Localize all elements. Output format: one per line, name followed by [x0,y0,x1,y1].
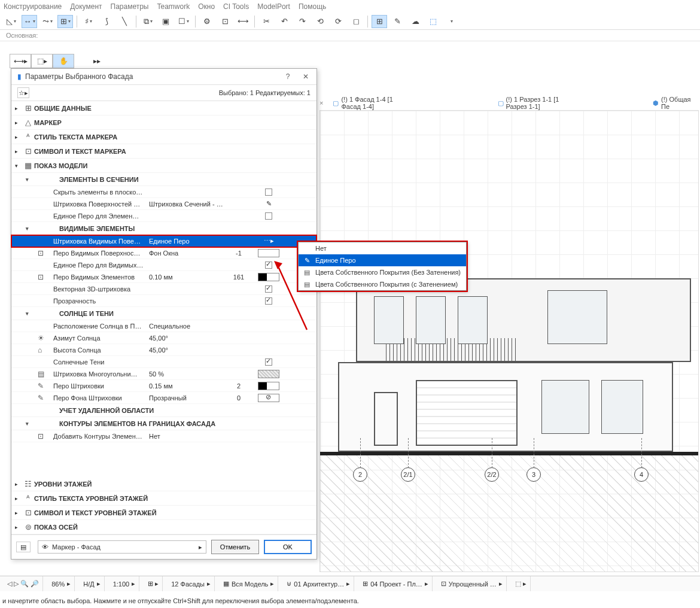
cancel-button[interactable]: Отменить [211,540,259,554]
layer-combo[interactable]: ⊎ 01 Архитектур… ▸ [283,576,354,591]
zoom-level[interactable]: 86% ▸ [48,576,75,591]
tool-3d[interactable]: ⬚ [425,15,441,28]
menu-item[interactable]: CI Tools [223,2,249,11]
row-hide-elements[interactable]: Скрыть элементы в плоско… [11,186,316,198]
menu-item[interactable]: Параметры [111,2,149,11]
cat-marker-symbol[interactable]: ⊡СИМВОЛ И ТЕКСТ МАРКЕРА [11,144,316,159]
tab-close-icon[interactable]: × [319,99,323,107]
main-menu: Конструирование Документ Параметры Teamw… [0,0,700,13]
cat-marker-text-style[interactable]: ᴬСТИЛЬ ТЕКСТА МАРКЕРА [11,130,316,144]
tool-cut[interactable]: ✂ [258,15,274,28]
row-sun-pos[interactable]: Расположение Солнца в П…Специальное [11,320,316,332]
ok-button[interactable]: OK [264,540,312,554]
menu-item[interactable]: Окно [198,2,215,11]
help-icon[interactable]: ? [283,72,293,81]
cat-story-levels[interactable]: ☷УРОВНИ ЭТАЖЕЙ [11,477,316,491]
tool-curve[interactable]: ⟆ [99,15,114,28]
menu-item[interactable]: Документ [70,2,102,11]
subhead-visible-elements[interactable]: ВИДИМЫЕ ЭЛЕМЕНТЫ [11,222,316,235]
tool-line[interactable]: ╲ [117,15,132,28]
row-transparency[interactable]: Прозрачность [11,295,316,307]
cat-general[interactable]: ⊞ОБЩИЕ ДАННЫЕ [11,101,316,115]
tool-copy[interactable]: ⧉ [140,15,156,28]
subhead-sun-shadows[interactable]: СОЛНЦЕ И ТЕНИ [11,307,316,320]
dropdown-icon[interactable]: ⋯▸ [264,237,274,245]
row-fill-pen[interactable]: ✎Перо Штриховки0.15 мм2 [11,380,316,392]
cat-story-text-style[interactable]: ᴬСТИЛЬ ТЕКСТА УРОВНЕЙ ЭТАЖЕЙ [11,491,316,506]
favorites-button[interactable]: ☆▸ [17,87,29,98]
cat-story-symbol[interactable]: ⊡СИМВОЛ И ТЕКСТ УРОВНЕЙ ЭТАЖЕЙ [11,506,316,520]
pencil-icon: ✎ [266,200,272,208]
row-add-contours[interactable]: ⊡Добавить Контуры Элемен…Нет [11,430,316,442]
nd-status[interactable]: Н/Д ▸ [80,576,104,591]
tool-dim3[interactable]: ⊡ [217,15,233,28]
palette-marquee-icon[interactable]: ⬚▸ [31,54,53,68]
menu-item[interactable]: Помощь [299,2,326,11]
drawing-canvas[interactable]: 2 2/1 2/2 3 4 [319,110,699,572]
menu-item[interactable]: Конструирование [4,2,62,11]
tool-rotate1[interactable]: ⟲ [312,15,328,28]
cat-grid-display[interactable]: ⊚ПОКАЗ ОСЕЙ [11,520,316,534]
axis-marker: 3 [526,467,541,482]
elevation-icon: ▢ [333,99,339,107]
palette-dim-icon[interactable]: ⟷▸ [10,54,31,68]
dropdown-option-own-shade[interactable]: ▤Цвета Собственного Покрытия (с Затенени… [299,278,466,290]
row-visible-fill[interactable]: Штриховка Видимых Пове…Единое Перо⋯▸ [11,235,316,247]
orient[interactable]: ⊞ ▸ [144,576,163,591]
menu-item[interactable]: ModelPort [257,2,290,11]
menu-item[interactable]: Teamwork [157,2,190,11]
tab-elevation[interactable]: ▢(!) 1 Фасад 1-4 [1 Фасад 1-4] [327,96,419,110]
tool-renov[interactable]: ⚙ [199,15,215,28]
row-vector-3d[interactable]: Векторная 3D-штриховка [11,283,316,295]
row-fill-bg-pen[interactable]: ✎Перо Фона ШтриховкиПрозрачный0 [11,392,316,404]
tab-section[interactable]: ▢(!) 1 Разрез 1-1 [1 Разрез 1-1] [492,96,588,110]
drawing-scale[interactable]: ⊞ 04 Проект - Пл… ▸ [359,576,433,591]
tool-cloud[interactable]: ☁ [407,15,423,28]
tool-undo[interactable]: ↶ [276,15,292,28]
tool-arrow[interactable]: ◺ [4,15,19,28]
nav-buttons[interactable]: ◁ ▷ 🔍 🔎 [4,576,43,591]
row-sun-altitude[interactable]: ⌂Высота Солнца45,00° [11,344,316,356]
tool-dim2[interactable]: ⊞ [57,15,73,28]
dropdown-option-single-pen[interactable]: ✎Единое Перо [299,254,466,266]
row-surface-fill[interactable]: Штриховка Поверхностей …Штриховка Сечени… [11,198,316,210]
views-count[interactable]: 12 Фасады ▸ [168,576,215,591]
tool-measure[interactable]: ⟷ [235,15,251,28]
tool-rotate2[interactable]: ⟳ [330,15,346,28]
tool-select-mode[interactable]: ⊞ [372,15,387,28]
tool-edit[interactable]: ✎ [389,15,405,28]
view-tabs: × ▢(!) 1 Фасад 1-4 [1 Фасад 1-4] ▢(!) 1 … [319,96,700,110]
cat-model-display[interactable]: ▦ПОКАЗ МОДЕЛИ [11,159,316,173]
layer-selector[interactable]: 👁 Маркер - Фасад ▸ [38,540,206,554]
close-icon[interactable]: ✕ [301,72,311,81]
subhead-contours[interactable]: КОНТУРЫ ЭЛЕМЕНТОВ НА ГРАНИЦАХ ФАСАДА [11,417,316,430]
tool-group[interactable]: ▣ [158,15,174,28]
row-visible-surface-pen[interactable]: ⊡Перо Видимых Поверхнос…Фон Окна-1 [11,247,316,259]
layer-swatch-icon[interactable]: ▤ [16,542,31,552]
palette-hand-icon[interactable]: ✋ [53,54,74,68]
dropdown-option-own-no-shade[interactable]: ▤Цвета Собственного Покрытия (Без Затене… [299,266,466,278]
tool-grid[interactable]: ♯ [81,15,96,28]
dropdown-option-none[interactable]: Нет [299,242,466,254]
row-sun-shadows[interactable]: Солнечные Тени [11,356,316,368]
subhead-removed-area[interactable]: УЧЕТ УДАЛЕННОЙ ОБЛАСТИ [11,404,316,417]
tab-3d[interactable]: ⬢(!) Общая Пе [647,96,700,110]
scale[interactable]: 1:100 ▸ [109,576,140,591]
display-mode[interactable]: ⊡ Упрощенный … ▸ [437,576,507,591]
model-scope[interactable]: ▦ Вся Модель ▸ [220,576,278,591]
row-single-pen-elements[interactable]: Единое Перо для Элемен… [11,210,316,222]
subhead-section-elements[interactable]: ЭЛЕМЕНТЫ В СЕЧЕНИИ [11,173,316,186]
tool-trace[interactable]: ⤳ [39,15,55,28]
row-poly-fill[interactable]: ▤Штриховка Многоугольни…50 % [11,368,316,380]
tool-box[interactable]: ◻ [348,15,364,28]
tool-redo[interactable]: ↷ [294,15,310,28]
cat-marker[interactable]: △МАРКЕР [11,115,316,130]
row-single-pen-visible[interactable]: Единое Перо для Видимых… [11,259,316,271]
extra-1[interactable]: ⬚ ▸ [512,576,531,591]
palette-pointer-icon[interactable]: ▸▸ [86,54,108,68]
row-sun-azimuth[interactable]: ☀Азимут Солнца45,00° [11,332,316,344]
row-visible-elements-pen[interactable]: ⊡Перо Видимых Элементов0.10 мм161 [11,271,316,283]
tool-more[interactable] [443,15,459,28]
tool-dim[interactable]: ↔ [22,15,37,28]
tool-new[interactable]: ☐ [176,15,191,28]
